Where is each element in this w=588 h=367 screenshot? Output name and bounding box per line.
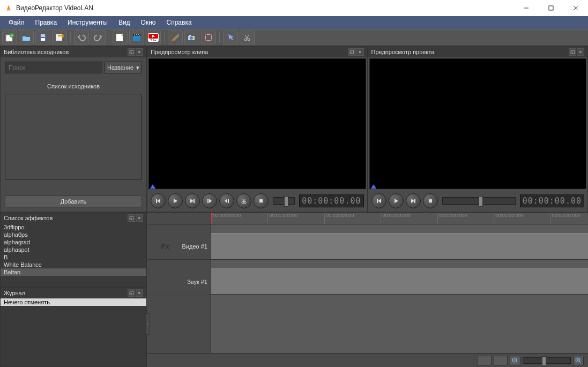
cut-button[interactable]: [236, 193, 251, 208]
mark-in-button[interactable]: [202, 193, 217, 208]
in-marker-icon: [371, 184, 376, 189]
effect-item[interactable]: B: [1, 253, 146, 261]
timeline-track-video[interactable]: FxВидео #1: [147, 233, 588, 260]
stop-button[interactable]: [254, 193, 269, 208]
effects-panel: Список эффектов ◱× 3dflippo alpha0ps alp…: [0, 212, 147, 287]
status-cell: [478, 356, 492, 365]
timeline-track-audio[interactable]: Звук #1: [147, 268, 588, 295]
ruler-tick: 00:06:00:000: [550, 213, 580, 224]
collapse-handle[interactable]: ‹: [146, 313, 150, 335]
status-bar: [147, 353, 588, 367]
svg-rect-12: [56, 34, 62, 41]
play-button[interactable]: [168, 193, 183, 208]
maximize-button[interactable]: [539, 0, 563, 16]
main-toolbar: + Tube: [0, 29, 588, 46]
import-icon[interactable]: [52, 31, 67, 44]
render-icon[interactable]: [113, 31, 128, 44]
timeline-ruler[interactable]: 00:00:00:000 00:01:00:000 00:02:00:000 0…: [211, 213, 588, 224]
effect-item[interactable]: alpha0ps: [1, 231, 146, 238]
project-timecode: 00:00:00.00: [520, 194, 584, 207]
svg-rect-10: [41, 34, 45, 37]
clapper-icon[interactable]: [129, 31, 144, 44]
pointer-icon[interactable]: [223, 31, 238, 44]
panel-close-icon[interactable]: ×: [577, 48, 584, 56]
cut-icon[interactable]: [240, 31, 255, 44]
library-panel: Библиотека исходников ◱× Название▾ Списо…: [0, 46, 147, 212]
zoom-slider[interactable]: [523, 357, 571, 364]
project-preview-viewport[interactable]: [369, 58, 587, 189]
fullscreen-icon[interactable]: [201, 31, 216, 44]
clip-seek-slider[interactable]: [273, 197, 295, 205]
youtube-icon[interactable]: Tube: [146, 31, 161, 44]
new-project-icon[interactable]: +: [2, 31, 17, 44]
svg-rect-44: [414, 199, 415, 203]
tool-camera-icon[interactable]: [184, 31, 199, 44]
close-button[interactable]: [563, 0, 588, 16]
panel-close-icon[interactable]: ×: [356, 48, 364, 56]
svg-point-25: [177, 34, 179, 36]
effect-item[interactable]: alphaspot: [1, 246, 146, 253]
menu-view[interactable]: Вид: [113, 17, 136, 28]
undo-icon[interactable]: [74, 31, 89, 44]
svg-text:+: +: [11, 33, 13, 38]
zoom-in-icon[interactable]: [573, 356, 584, 365]
library-search-input[interactable]: [5, 62, 102, 73]
minimize-button[interactable]: [514, 0, 539, 16]
redo-icon[interactable]: [91, 31, 106, 44]
panel-close-icon[interactable]: ×: [136, 48, 143, 56]
svg-line-50: [579, 362, 581, 363]
library-list[interactable]: [5, 94, 142, 179]
prev-button[interactable]: [151, 193, 166, 208]
save-project-icon[interactable]: [35, 31, 50, 44]
mark-out-button[interactable]: [219, 193, 234, 208]
timeline-panel: 00:00:00:000 00:01:00:000 00:02:00:000 0…: [147, 212, 588, 353]
ruler-tick: 00:01:00:000: [267, 213, 297, 224]
panel-dock-icon[interactable]: ◱: [128, 289, 135, 297]
clip-timecode: 00:00:00.00: [299, 194, 363, 207]
clip-preview-panel: Предпросмотр клипа ◱× 00:00:00.00: [147, 46, 368, 212]
panel-close-icon[interactable]: ×: [136, 214, 143, 222]
library-add-button[interactable]: Добавить: [5, 196, 142, 207]
svg-rect-0: [6, 10, 11, 11]
clip-preview-title: Предпросмотр клипа: [151, 49, 208, 55]
svg-rect-36: [207, 199, 209, 203]
in-marker-icon: [150, 184, 155, 189]
panel-close-icon[interactable]: ×: [136, 289, 143, 297]
ruler-tick: 00:04:00:000: [437, 213, 467, 224]
status-cell: [494, 356, 508, 365]
effect-item[interactable]: alphagrad: [1, 238, 146, 246]
prev-button[interactable]: [371, 193, 386, 208]
panel-dock-icon[interactable]: ◱: [348, 48, 356, 56]
menu-tools[interactable]: Инструменты: [62, 17, 113, 28]
next-button[interactable]: [406, 193, 421, 208]
effects-list[interactable]: 3dflippo alpha0ps alphagrad alphaspot B …: [1, 223, 146, 287]
menu-edit[interactable]: Правка: [30, 17, 63, 28]
zoom-out-icon[interactable]: [510, 356, 520, 365]
menu-file[interactable]: Файл: [3, 17, 30, 28]
panel-dock-icon[interactable]: ◱: [128, 214, 135, 222]
next-button[interactable]: [185, 193, 200, 208]
panel-dock-icon[interactable]: ◱: [128, 48, 135, 56]
svg-rect-43: [377, 199, 378, 203]
title-bar: ВидеоРедактор VideoLAN: [0, 0, 588, 16]
effect-item[interactable]: 3dflippo: [1, 223, 146, 231]
journal-list[interactable]: Нечего отменять: [1, 298, 146, 366]
menu-help[interactable]: Справка: [161, 17, 197, 28]
playhead[interactable]: [211, 213, 212, 224]
effect-item[interactable]: White Balance: [1, 261, 146, 268]
ruler-tick: 00:00:00:000: [211, 213, 241, 224]
project-seek-slider[interactable]: [442, 197, 516, 205]
open-project-icon[interactable]: [19, 31, 34, 44]
library-sort-select[interactable]: Название▾: [105, 62, 142, 73]
settings-icon[interactable]: [168, 31, 183, 44]
window-title: ВидеоРедактор VideoLAN: [16, 4, 93, 12]
journal-panel: Журнал ◱× Нечего отменять: [0, 287, 147, 367]
effect-item[interactable]: Baltan: [1, 268, 146, 276]
stop-button[interactable]: [423, 193, 438, 208]
play-button[interactable]: [389, 193, 404, 208]
panel-dock-icon[interactable]: ◱: [569, 48, 576, 56]
journal-item[interactable]: Нечего отменять: [1, 298, 146, 306]
svg-rect-29: [205, 34, 212, 41]
clip-preview-viewport[interactable]: [148, 58, 366, 189]
menu-window[interactable]: Окно: [136, 17, 161, 28]
